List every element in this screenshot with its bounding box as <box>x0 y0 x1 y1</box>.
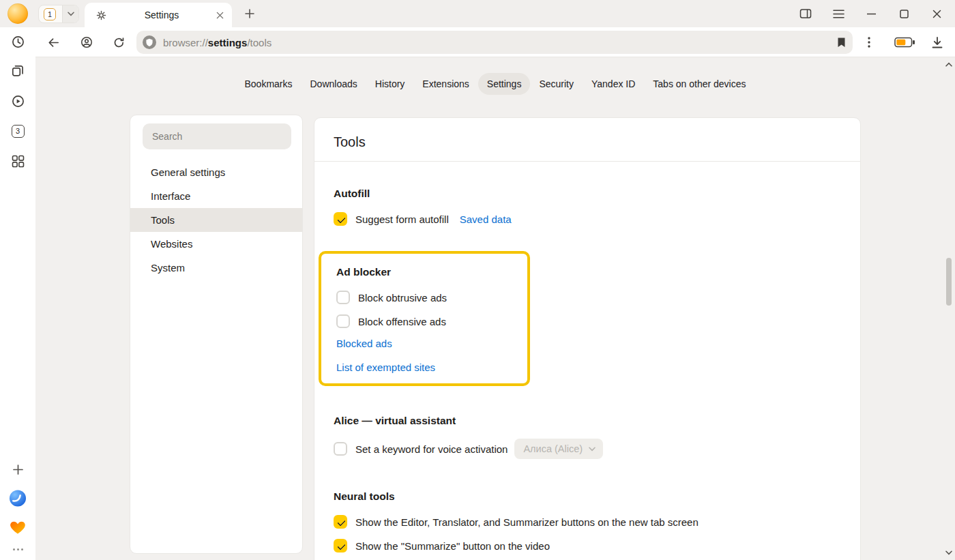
tab-group-button[interactable]: 1 <box>38 5 79 23</box>
section-autofill: Autofill Suggest form autofill Saved dat… <box>314 188 860 226</box>
close-window-icon[interactable] <box>928 5 945 23</box>
more-menu-icon[interactable] <box>860 33 879 52</box>
downloads-icon[interactable] <box>928 33 947 52</box>
bookmark-icon[interactable] <box>837 37 846 48</box>
tabs-counter-badge[interactable]: 3 <box>9 122 27 140</box>
alice-keyword-row[interactable]: Set a keyword for voice activation Алиса… <box>334 439 841 459</box>
back-button[interactable] <box>44 33 63 52</box>
exempted-sites-link[interactable]: List of exempted sites <box>336 362 514 377</box>
summarize-video-checkbox[interactable] <box>334 539 347 552</box>
blocked-ads-link[interactable]: Blocked ads <box>336 338 514 353</box>
topnav-security[interactable]: Security <box>530 73 583 95</box>
topnav-downloads[interactable]: Downloads <box>302 73 366 95</box>
close-tab-icon[interactable] <box>216 12 224 19</box>
divider <box>314 161 860 162</box>
editor-buttons-checkbox[interactable] <box>334 515 347 529</box>
page-title: Tools <box>334 134 841 150</box>
apps-grid-icon[interactable] <box>9 152 27 170</box>
voice-keyword-checkbox[interactable] <box>334 442 347 456</box>
tab-title: Settings <box>107 10 216 20</box>
battery-saver-icon[interactable] <box>890 33 919 52</box>
add-panel-icon[interactable] <box>9 460 27 478</box>
site-shield-icon[interactable] <box>143 35 156 49</box>
neural-row-summarize[interactable]: Show the "Summarize" button on the video <box>334 538 841 553</box>
saved-data-link[interactable]: Saved data <box>460 213 512 225</box>
topnav-history[interactable]: History <box>366 73 414 95</box>
scroll-up-icon[interactable] <box>944 59 954 69</box>
checkbox-label: Block obtrusive ads <box>358 292 447 304</box>
offensive-ads-row[interactable]: Block offensive ads <box>336 314 514 329</box>
address-bar[interactable]: browser://settings/tools <box>136 31 853 54</box>
topnav-extensions[interactable]: Extensions <box>413 73 478 95</box>
dropdown-value: Алиса (Alice) <box>523 443 583 454</box>
ad-blocker-highlight: Ad blocker Block obtrusive ads Block off… <box>319 251 530 386</box>
profile-icon[interactable] <box>77 33 96 52</box>
reload-icon[interactable] <box>109 33 128 52</box>
minimize-icon[interactable] <box>862 5 880 23</box>
chevron-down-icon <box>589 447 596 452</box>
tab-bar: 1 Settings <box>0 0 955 27</box>
settings-nav-card: General settings Interface Tools Website… <box>130 115 303 554</box>
search-input[interactable] <box>143 123 291 149</box>
alice-avatar[interactable] <box>8 3 28 24</box>
neural-row-editor[interactable]: Show the Editor, Translator, and Summari… <box>334 514 841 529</box>
topnav-settings[interactable]: Settings <box>478 73 531 95</box>
block-obtrusive-checkbox[interactable] <box>336 291 350 304</box>
ad-blocker-heading: Ad blocker <box>336 266 514 281</box>
video-play-icon[interactable] <box>9 92 27 110</box>
menu-icon[interactable] <box>829 5 847 23</box>
chevron-down-icon[interactable] <box>62 5 78 23</box>
tools-settings-card: Tools Autofill Suggest form autofill Sav… <box>314 117 861 560</box>
maximize-icon[interactable] <box>895 5 913 23</box>
topnav-bookmarks[interactable]: Bookmarks <box>235 73 301 95</box>
topnav-other-devices[interactable]: Tabs on other devices <box>644 73 754 95</box>
new-tab-button[interactable] <box>240 4 259 23</box>
nav-item-interface[interactable]: Interface <box>130 184 302 208</box>
favorites-heart-icon[interactable] <box>9 518 27 536</box>
settings-top-nav: Bookmarks Downloads History Extensions S… <box>35 73 955 95</box>
checkbox-label: Show the "Summarize" button on the video <box>355 540 550 552</box>
alice-heading: Alice — virtual assistant <box>334 415 841 430</box>
history-clock-icon[interactable] <box>9 33 27 50</box>
browser-logo-icon[interactable] <box>9 489 27 507</box>
scroll-down-icon[interactable] <box>944 548 954 557</box>
autofill-row[interactable]: Suggest form autofill Saved data <box>334 211 841 226</box>
block-offensive-checkbox[interactable] <box>336 314 350 328</box>
obtrusive-ads-row[interactable]: Block obtrusive ads <box>336 290 514 305</box>
nav-item-general[interactable]: General settings <box>130 160 302 184</box>
checkbox-label: Set a keyword for voice activation <box>355 443 508 455</box>
side-panels-icon[interactable] <box>797 5 814 23</box>
rail-more-icon[interactable] <box>9 540 27 558</box>
gear-icon <box>96 10 107 21</box>
neural-tools-heading: Neural tools <box>334 490 841 505</box>
checkbox-label: Block offensive ads <box>358 316 446 327</box>
autofill-heading: Autofill <box>334 188 841 203</box>
tab-settings[interactable]: Settings <box>85 3 232 27</box>
section-neural-tools: Neural tools Show the Editor, Translator… <box>314 490 860 560</box>
nav-item-system[interactable]: System <box>130 256 302 280</box>
settings-page: Bookmarks Downloads History Extensions S… <box>35 57 955 560</box>
tab-counter: 1 <box>44 8 56 20</box>
settings-nav-list: General settings Interface Tools Website… <box>130 160 302 280</box>
topnav-yandex-id[interactable]: Yandex ID <box>583 73 644 95</box>
nav-item-websites[interactable]: Websites <box>130 232 302 256</box>
keyword-dropdown[interactable]: Алиса (Alice) <box>514 439 603 459</box>
section-alice: Alice — virtual assistant Set a keyword … <box>314 415 860 459</box>
url-text: browser://settings/tools <box>163 37 271 48</box>
nav-item-tools[interactable]: Tools <box>130 208 302 232</box>
checkbox-label: Show the Editor, Translator, and Summari… <box>355 516 699 528</box>
collections-icon[interactable] <box>9 62 27 80</box>
suggest-autofill-checkbox[interactable] <box>334 212 347 226</box>
checkbox-label: Suggest form autofill <box>355 213 449 225</box>
side-rail: 3 <box>0 27 35 560</box>
scrollbar-thumb[interactable] <box>946 258 952 306</box>
